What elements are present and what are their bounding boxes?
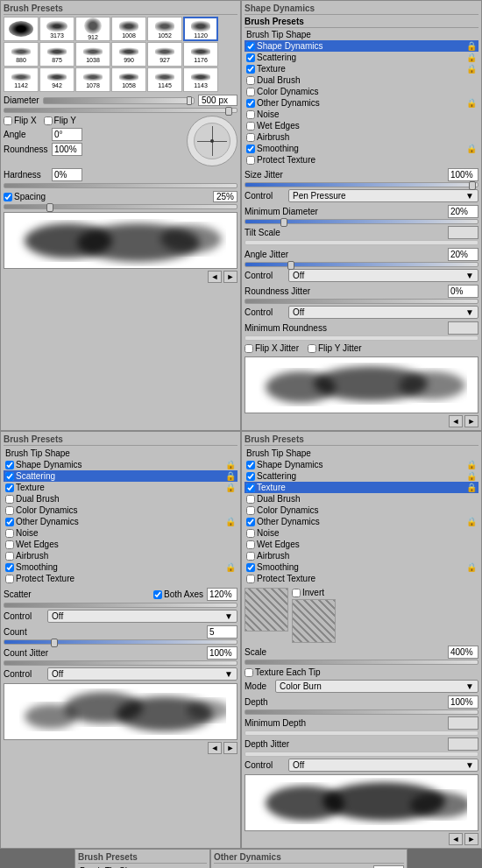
rp-dual[interactable]: Dual Brush <box>245 74 478 86</box>
tp-airbrush[interactable]: Airbrush <box>245 550 478 561</box>
flip-y-jitter-label[interactable]: Flip Y Jitter <box>308 343 362 353</box>
rp-smooth[interactable]: Smoothing 🔒 <box>245 143 478 154</box>
sl-dual[interactable]: Dual Brush <box>4 493 237 505</box>
tex-control-dropdown[interactable]: Off▼ <box>288 759 478 772</box>
tex-each-tip-label[interactable]: Texture Each Tip <box>245 667 478 677</box>
tp-shape-dyn-cb[interactable] <box>246 461 255 469</box>
tip-item-3173[interactable]: 3173 <box>39 17 74 41</box>
both-axes-cb[interactable] <box>153 590 162 599</box>
tp-wet[interactable]: Wet Edges <box>245 539 478 550</box>
diameter-value[interactable]: 500 px <box>198 95 237 106</box>
tp-dual[interactable]: Dual Brush <box>245 493 478 505</box>
rp-scatter-cb[interactable] <box>246 53 255 62</box>
tp-scatter-cb[interactable] <box>246 472 255 481</box>
scale-input[interactable] <box>448 646 478 659</box>
control-dropdown-2[interactable]: Off▼ <box>288 269 478 282</box>
rp-other-dyn-cb[interactable] <box>246 99 255 108</box>
tp-texture-cb[interactable] <box>246 483 255 492</box>
hardness-input[interactable] <box>52 168 82 181</box>
footer-btn-4a[interactable]: ◄ <box>449 833 463 845</box>
sl-texture[interactable]: Texture 🔒 <box>4 482 237 493</box>
sl-dual-cb[interactable] <box>5 495 14 504</box>
scale-slider[interactable] <box>245 660 478 665</box>
flip-x-jitter-label[interactable]: Flip X Jitter <box>245 343 299 353</box>
tip-item-880[interactable]: 880 <box>4 42 39 67</box>
count-input[interactable] <box>207 625 237 639</box>
rp-texture-cb[interactable] <box>246 65 255 74</box>
min-round-input[interactable] <box>448 321 478 335</box>
invert-cb[interactable] <box>292 589 301 597</box>
invert-label[interactable]: Invert <box>292 588 336 597</box>
rp-other-dyn[interactable]: Other Dynamics 🔒 <box>245 97 478 109</box>
tip-item-1052[interactable]: 1052 <box>147 17 182 41</box>
tip-item-1145[interactable]: 1145 <box>147 67 182 92</box>
texture-thumb-2[interactable] <box>292 599 336 643</box>
sl-smooth[interactable]: Smoothing 🔒 <box>4 561 237 573</box>
rp-protect-cb[interactable] <box>246 156 255 165</box>
min-diam-input[interactable] <box>448 205 478 218</box>
footer-btn-1b[interactable]: ► <box>223 271 237 283</box>
sl-other-dyn[interactable]: Other Dynamics 🔒 <box>4 516 237 527</box>
sl-color-dyn[interactable]: Color Dynamics <box>4 505 237 516</box>
footer-btn-3a[interactable]: ◄ <box>208 742 222 754</box>
tp-wet-cb[interactable] <box>246 540 255 549</box>
tp-smooth[interactable]: Smoothing 🔒 <box>245 561 478 573</box>
count-jitter-slider[interactable] <box>4 660 237 666</box>
sl-color-dyn-cb[interactable] <box>5 506 14 515</box>
sl-scatter-cb[interactable] <box>5 472 14 481</box>
rp-shape-dyn-cb[interactable] <box>246 42 255 51</box>
sl-airbrush[interactable]: Airbrush <box>4 550 237 561</box>
scatter-slider[interactable] <box>4 603 237 608</box>
sl-protect-cb[interactable] <box>5 575 14 583</box>
flip-y-jitter-cb[interactable] <box>308 344 316 353</box>
count-jitter-input[interactable] <box>207 646 237 660</box>
round-jitter-input[interactable] <box>448 285 478 298</box>
sl-airbrush-cb[interactable] <box>5 552 14 561</box>
tp-smooth-cb[interactable] <box>246 563 255 572</box>
angle-preview[interactable] <box>187 116 237 166</box>
tex-each-tip-cb[interactable] <box>245 668 253 677</box>
tip-item-912[interactable]: 912 <box>75 17 110 41</box>
rp-noise[interactable]: Noise <box>245 109 478 120</box>
scatter-ctrl-dropdown-2[interactable]: Off▼ <box>47 667 237 681</box>
flip-x-jitter-cb[interactable] <box>245 344 253 353</box>
tp-other-dyn[interactable]: Other Dynamics 🔒 <box>245 516 478 527</box>
footer-btn-2a[interactable]: ◄ <box>449 415 463 427</box>
tip-item-1058[interactable]: 1058 <box>111 67 146 92</box>
depth-input[interactable] <box>448 695 478 709</box>
flip-x-checkbox[interactable] <box>4 116 12 125</box>
angle-input[interactable] <box>52 128 82 141</box>
footer-btn-3b[interactable]: ► <box>223 742 237 754</box>
tp-color-dyn[interactable]: Color Dynamics <box>245 505 478 516</box>
min-diam-slider[interactable] <box>245 219 478 224</box>
footer-btn-4b[interactable]: ► <box>464 833 478 845</box>
scatter-value[interactable] <box>207 588 237 601</box>
scatter-control-dropdown[interactable]: Off▼ <box>47 610 237 623</box>
tip-item-1038[interactable]: 1038 <box>75 42 110 67</box>
rp-smooth-cb[interactable] <box>246 145 255 153</box>
size-jitter-input[interactable] <box>448 168 478 181</box>
sl-scatter[interactable]: Scattering 🔒 <box>4 470 237 482</box>
tip-item-500[interactable] <box>4 17 39 41</box>
sl-noise[interactable]: Noise <box>4 527 237 539</box>
depth-slider[interactable] <box>245 709 478 715</box>
sl-other-dyn-cb[interactable] <box>5 518 14 526</box>
rp-airbrush[interactable]: Airbrush <box>245 131 478 143</box>
sl-texture-cb[interactable] <box>5 483 14 492</box>
tp-other-dyn-cb[interactable] <box>246 518 255 526</box>
rp-brush-tip[interactable]: Brush Tip Shape <box>245 29 478 40</box>
tp-scatter[interactable]: Scattering 🔒 <box>245 470 478 482</box>
diameter-slider-bar[interactable] <box>4 108 237 113</box>
tip-item-1008[interactable]: 1008 <box>111 17 146 41</box>
sl-protect[interactable]: Protect Texture <box>4 573 237 584</box>
round-jitter-slider[interactable] <box>245 299 478 304</box>
tip-item-942[interactable]: 942 <box>39 67 74 92</box>
spacing-label[interactable]: Spacing <box>4 192 46 201</box>
diameter-slider[interactable] <box>43 97 195 104</box>
size-jitter-slider[interactable] <box>245 182 478 187</box>
angle-jitter-slider[interactable] <box>245 262 478 267</box>
tip-item-1176[interactable]: 1176 <box>183 42 218 67</box>
rp-airbrush-cb[interactable] <box>246 133 255 142</box>
spacing-value[interactable]: 25% <box>213 191 237 202</box>
texture-thumbnail[interactable] <box>245 588 288 632</box>
